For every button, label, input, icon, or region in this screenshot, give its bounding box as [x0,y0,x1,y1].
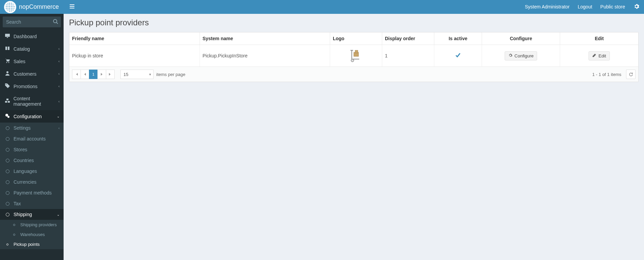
pager-page-button[interactable]: 1 [89,70,98,79]
svg-point-5 [6,71,8,73]
nav-label: Dashboard [14,34,37,39]
nav-dashboard[interactable]: Dashboard [0,30,64,43]
top-header: nopCommerce System Administrator Logout … [0,0,644,14]
nav-promotions[interactable]: Promotions ‹ [0,80,64,86]
pager-info-text: 1 - 1 of 1 items [592,72,621,77]
th-is-active: Is active [434,32,482,45]
pager-last-button[interactable] [106,70,115,79]
cell-is-active [434,45,482,67]
th-system-name: System name [200,32,330,45]
svg-point-6 [6,84,6,85]
monitor-icon [4,33,11,39]
cell-edit: Edit [560,45,638,67]
th-logo: Logo [330,32,382,45]
cell-friendly-name: Pickup in store [69,45,200,67]
providers-table: Friendly name System name Logo Display o… [69,32,638,67]
book-icon [4,46,11,52]
nav-catalog[interactable]: Catalog ‹ [0,43,64,55]
th-friendly-name: Friendly name [69,32,200,45]
svg-rect-1 [5,34,10,37]
content-area: Pickup point providers Friendly name Sys… [64,14,644,86]
svg-point-4 [8,62,9,63]
pager-next-button[interactable] [97,70,106,79]
cell-configure: Configure [482,45,560,67]
check-icon [455,53,461,59]
chevron-left-icon: ‹ [59,47,60,51]
nav-sales[interactable]: Sales ‹ [0,55,64,68]
cell-logo [330,45,382,67]
sidebar-toggle-icon[interactable] [68,2,76,12]
pencil-icon [592,53,596,58]
table-row: Pickup in store Pickup.PickupInStore 1 [69,45,638,67]
sidebar: Dashboard Catalog ‹ Sales ‹ Customers ‹ … [0,14,64,86]
th-display-order: Display order [382,32,434,45]
cell-display-order: 1 [382,45,434,67]
svg-point-0 [53,20,57,23]
svg-rect-13 [355,50,358,53]
pager: 1 15 items per page 1 - 1 of 1 items [69,67,638,82]
logo-icon [4,1,16,13]
pager-prev-button[interactable] [80,70,89,79]
svg-point-3 [6,62,7,63]
chevron-left-icon: ‹ [59,84,60,86]
edit-button[interactable]: Edit [589,51,610,60]
nav-label: Customers [14,71,37,77]
handtruck-icon [349,49,363,62]
brand-logo[interactable]: nopCommerce [0,0,64,14]
search-icon[interactable] [53,19,58,25]
gear-icon [508,53,512,58]
configure-button[interactable]: Configure [505,51,537,60]
per-page-value: 15 [123,72,128,77]
table-panel: Friendly name System name Logo Display o… [69,32,639,82]
tag-icon [4,83,11,86]
th-configure: Configure [482,32,560,45]
nav-label: Promotions [14,84,38,86]
nav-label: Catalog [14,46,30,52]
svg-point-14 [351,59,354,62]
logout-link[interactable]: Logout [574,0,596,14]
nav-customers[interactable]: Customers ‹ [0,68,64,80]
sysadmin-link[interactable]: System Administrator [521,0,574,14]
svg-rect-2 [7,37,8,38]
btn-label: Configure [514,53,533,58]
brand-text: nopCommerce [19,3,59,10]
settings-gear-icon[interactable] [629,4,644,10]
nav-label: Sales [14,59,25,64]
chevron-left-icon: ‹ [59,72,60,76]
user-icon [4,71,11,77]
pager-first-button[interactable] [72,70,81,79]
per-page-label: items per page [156,72,185,77]
chevron-left-icon: ‹ [59,59,60,63]
btn-label: Edit [598,53,606,58]
per-page-select[interactable]: 15 [120,70,154,79]
th-edit: Edit [560,32,638,45]
cell-system-name: Pickup.PickupInStore [200,45,330,67]
page-title: Pickup point providers [69,18,639,27]
public-store-link[interactable]: Public store [596,0,629,14]
search-input[interactable] [3,17,61,27]
cart-icon [4,58,11,64]
refresh-button[interactable] [626,70,636,79]
